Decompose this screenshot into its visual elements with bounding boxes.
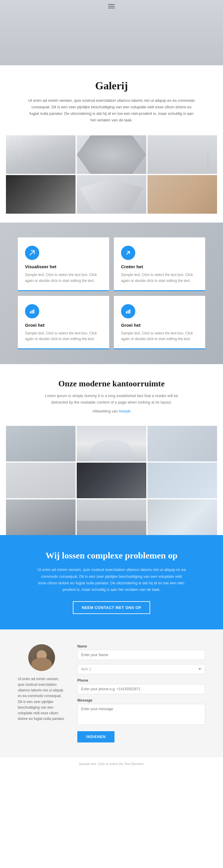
office-grid-row3: [0, 499, 223, 535]
photo-cell-3: [147, 135, 217, 174]
svg-rect-5: [129, 309, 131, 313]
contact-bio: Ut enim ad minim veniam, quis nostrud ex…: [18, 676, 65, 722]
cta-description: Ut enim ad minim veniam, quis nostrud ex…: [37, 566, 186, 593]
feature-title-grow2: Groei het: [121, 322, 198, 328]
office-title: Onze moderne kantoorruimte: [18, 379, 205, 389]
feature-icon-grow1: [25, 304, 39, 318]
arrow-diagonal-icon: [125, 250, 132, 256]
form-group-phone: Phone: [77, 678, 205, 694]
photo-cell-1: [6, 135, 76, 174]
feature-desc-grow2: Sample text. Click to select the text bo…: [121, 331, 198, 342]
photo-cell-2: [77, 135, 146, 174]
office-photo-4: [6, 463, 76, 498]
office-photo-8: [77, 499, 146, 535]
feature-desc-visualize: Sample text. Click to select the text bo…: [25, 272, 102, 283]
hero-background: [0, 0, 223, 65]
office-grid-row1: [0, 426, 223, 461]
gallery-title: Galerij: [18, 80, 205, 92]
gallery-description: Ut enim ad minim veniam, quis nostrud ex…: [28, 97, 195, 123]
photo-grid-row2: [0, 175, 223, 214]
freepik-credit: Afbeelding van freepik: [37, 408, 186, 414]
features-grid: Visualiseer het Sample text. Click to se…: [18, 238, 205, 349]
bar-chart-icon-1: [29, 308, 35, 315]
form-group-message: Message: [77, 698, 205, 726]
hamburger-menu[interactable]: [108, 4, 115, 8]
arrow-up-right-icon: [29, 250, 35, 256]
photo-building-2: [77, 135, 146, 174]
photo-building-5: [77, 175, 146, 214]
svg-rect-0: [30, 311, 31, 313]
office-section: Onze moderne kantoorruimte Lorem ipsum i…: [0, 364, 223, 426]
feature-desc-create: Sample text. Click to select the text bo…: [121, 272, 198, 283]
avatar: [28, 644, 55, 671]
hero-section: [0, 0, 223, 65]
office-photo-1: [6, 426, 76, 461]
photo-building-3: [147, 135, 217, 174]
office-photo-9: [147, 499, 217, 535]
feature-card-grow2: Groei het Sample text. Click to select t…: [114, 296, 205, 349]
name-input[interactable]: [77, 650, 205, 660]
feature-icon-visualize: [25, 246, 39, 260]
submit-button[interactable]: INDIENEN: [77, 731, 114, 742]
feature-icon-grow2: [121, 304, 135, 318]
contact-left: Ut enim ad minim veniam, quis nostrud ex…: [18, 644, 65, 742]
message-label: Message: [77, 698, 205, 703]
feature-title-grow1: Groei het: [25, 322, 102, 328]
photo-building-1: [6, 135, 76, 174]
footer-text: Sample text. Click to select the Text El…: [79, 762, 144, 766]
message-textarea[interactable]: [77, 704, 205, 725]
feature-card-grow1: Groei het Sample text. Click to select t…: [18, 296, 109, 349]
office-photo-2: [77, 426, 146, 461]
freepik-link[interactable]: freepik: [119, 409, 131, 413]
office-photo-6: [147, 463, 217, 498]
bar-chart-icon-2: [125, 308, 132, 315]
footer-note: Sample text. Click to select the Text El…: [0, 757, 223, 770]
photo-building-4: [6, 175, 76, 214]
photo-cell-4: [6, 175, 76, 214]
office-photo-5: [77, 463, 146, 498]
svg-rect-2: [33, 309, 34, 313]
svg-rect-1: [31, 310, 33, 313]
cta-section: Wij lossen complexe problemen op Ut enim…: [0, 535, 223, 629]
cta-button[interactable]: NEEM CONTACT MET ONS OP: [73, 601, 150, 614]
contact-form: Name Item 1 Phone Message INDIENEN: [77, 644, 205, 742]
features-section: Visualiseer het Sample text. Click to se…: [0, 223, 223, 364]
feature-desc-grow1: Sample text. Click to select the text bo…: [25, 331, 102, 342]
photo-cell-5: [77, 175, 146, 214]
feature-title-visualize: Visualiseer het: [25, 264, 102, 269]
feature-title-create: Creëer het: [121, 264, 198, 269]
form-group-select: Item 1: [77, 664, 205, 674]
feature-card-visualize: Visualiseer het Sample text. Click to se…: [18, 238, 109, 291]
office-description: Lorem ipsum is simply dummy it is a long…: [37, 393, 186, 406]
contact-section: Ut enim ad minim veniam, quis nostrud ex…: [0, 629, 223, 757]
feature-card-create: Creëer het Sample text. Click to select …: [114, 238, 205, 291]
photo-building-6: [147, 175, 217, 214]
gallery-section: Galerij Ut enim ad minim veniam, quis no…: [0, 65, 223, 135]
feature-icon-create: [121, 246, 135, 260]
office-photo-3: [147, 426, 217, 461]
item-select[interactable]: Item 1: [77, 664, 205, 674]
phone-input[interactable]: [77, 684, 205, 694]
svg-rect-3: [126, 311, 127, 313]
photo-grid-row1: [0, 135, 223, 174]
cta-title: Wij lossen complexe problemen op: [18, 551, 205, 561]
form-group-name: Name: [77, 644, 205, 660]
phone-label: Phone: [77, 678, 205, 683]
photo-cell-6: [147, 175, 217, 214]
svg-rect-4: [128, 310, 129, 313]
office-photo-7: [6, 499, 76, 535]
office-grid-row2: [0, 463, 223, 498]
name-label: Name: [77, 644, 205, 648]
